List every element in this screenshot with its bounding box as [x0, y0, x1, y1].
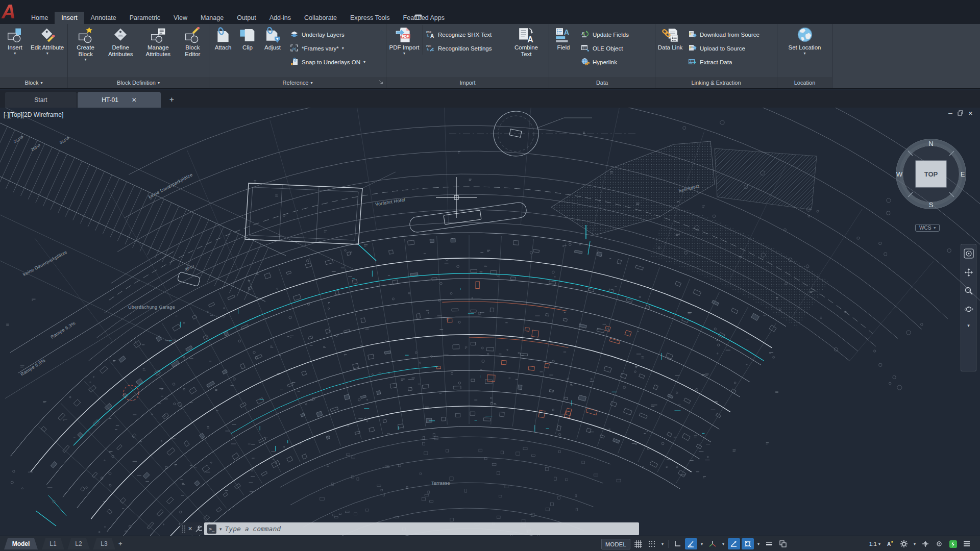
tab-collaborate[interactable]: Collaborate	[298, 12, 344, 24]
panel-label-reference[interactable]: Reference▾	[209, 77, 386, 88]
tab-add-ins[interactable]: Add-ins	[263, 12, 298, 24]
set-location-button[interactable]: Set Location▾	[781, 25, 829, 56]
viewcube-south[interactable]: S	[929, 201, 934, 209]
panel-label-linking[interactable]: Linking & Extraction	[655, 77, 777, 88]
extract-data-button[interactable]: Extract Data	[685, 56, 774, 68]
edit-attribute-button[interactable]: Edit Attribute▾	[30, 25, 65, 56]
wcs-selector[interactable]: WCS▾	[915, 224, 940, 232]
panel-label-block[interactable]: Block▾	[0, 77, 67, 88]
snap-to-underlays-button[interactable]: Snap to Underlays ON▾	[287, 56, 383, 68]
clip-button[interactable]: Clip	[237, 25, 258, 51]
snap-mode-icon[interactable]	[646, 538, 658, 549]
manage-attributes-button[interactable]: Manage Attributes	[140, 25, 177, 57]
command-prompt-icon: >_	[207, 524, 216, 534]
insert-block-button[interactable]: Insert▾	[3, 25, 27, 56]
tab-output[interactable]: Output	[230, 12, 263, 24]
tab-annotate[interactable]: Annotate	[84, 12, 123, 24]
panel-label-block-definition[interactable]: Block Definition▾	[68, 77, 209, 88]
viewcube-face-top[interactable]: TOP	[924, 170, 938, 178]
annotation-scale-control[interactable]: 1:1▾	[867, 541, 883, 547]
drawing-canvas[interactable]: [-][Top][2D Wireframe] ─ ✕ TOP N S E W W…	[0, 108, 980, 536]
define-attributes-button[interactable]: Define Attributes	[103, 25, 138, 57]
file-tab-ht01[interactable]: HT-01✕	[78, 92, 161, 108]
command-grip-icon[interactable]	[182, 525, 185, 533]
panel-label-data[interactable]: Data	[549, 77, 655, 88]
customization-icon[interactable]	[961, 538, 973, 549]
viewcube[interactable]: TOP N S E W	[894, 137, 968, 211]
tab-parametric[interactable]: Parametric	[123, 12, 167, 24]
panel-label-import[interactable]: Import	[386, 77, 549, 88]
underlay-layers-button[interactable]: Underlay Layers	[287, 28, 383, 41]
iso-dropdown-icon[interactable]: ▾	[720, 538, 726, 549]
layout-tab-l1[interactable]: L1	[42, 538, 64, 549]
doc-close-icon[interactable]: ✕	[968, 110, 973, 117]
object-snap-tracking-icon[interactable]	[728, 538, 740, 549]
doc-restore-icon[interactable]	[958, 110, 963, 117]
reference-dialog-launcher-icon[interactable]	[379, 80, 383, 86]
autocad-logo-icon[interactable]: A	[1, 0, 22, 23]
update-fields-button[interactable]: A Update Fields	[578, 28, 652, 41]
graphics-performance-icon[interactable]	[947, 538, 959, 549]
viewcube-west[interactable]: W	[896, 170, 903, 178]
field-button[interactable]: A Field	[549, 25, 578, 51]
model-tab[interactable]: Model	[4, 538, 38, 549]
recognize-shx-button[interactable]: PDFA Recognize SHX Text	[423, 28, 508, 41]
selection-cycling-icon[interactable]	[777, 538, 789, 549]
viewport-controls[interactable]: [-][Top][2D Wireframe]	[4, 111, 63, 118]
ole-object-button[interactable]: OLE Object	[578, 42, 652, 55]
orbit-icon[interactable]	[964, 305, 973, 316]
command-history-icon[interactable]: ▾	[219, 527, 222, 532]
annotation-monitor-icon[interactable]	[919, 538, 932, 549]
tab-home[interactable]: Home	[24, 12, 55, 24]
hyperlink-button[interactable]: Hyperlink	[578, 56, 652, 68]
polar-tracking-icon[interactable]	[685, 538, 697, 549]
doc-minimize-icon[interactable]: ─	[948, 110, 952, 117]
pan-icon[interactable]	[964, 268, 973, 279]
pdf-import-button[interactable]: PDF PDF Import▾	[386, 25, 422, 56]
command-close-icon[interactable]: ✕	[188, 525, 192, 532]
new-layout-button[interactable]: +	[118, 540, 122, 547]
tab-insert[interactable]: Insert	[55, 12, 84, 24]
navbar-more-icon[interactable]: ▾	[967, 323, 970, 328]
osnap-dropdown-icon[interactable]: ▾	[755, 538, 762, 549]
workspace-gear-icon[interactable]	[898, 538, 910, 549]
annotation-visibility-icon[interactable]: A	[884, 538, 896, 549]
attach-button[interactable]: Attach	[209, 25, 237, 51]
combine-text-button[interactable]: A Combine Text	[508, 25, 544, 57]
adjust-button[interactable]: Adjust	[258, 25, 287, 51]
layout-tab-l2[interactable]: L2	[67, 538, 90, 549]
block-editor-button[interactable]: Block Editor	[178, 25, 207, 57]
frames-vary-button[interactable]: (x) *Frames vary*▾	[287, 42, 383, 55]
viewcube-north[interactable]: N	[928, 140, 933, 147]
model-space-toggle[interactable]: MODEL	[601, 539, 630, 549]
command-customize-icon[interactable]	[195, 525, 202, 533]
command-input[interactable]: >_ ▾ Type a command	[204, 522, 639, 535]
ribbon-display-toggle[interactable]: ▾	[414, 14, 426, 21]
ortho-icon[interactable]	[671, 538, 683, 549]
download-from-source-button[interactable]: 8 Download from Source	[685, 28, 774, 41]
tab-manage[interactable]: Manage	[194, 12, 230, 24]
isometric-drafting-icon[interactable]	[706, 538, 719, 549]
zoom-icon[interactable]	[964, 286, 973, 297]
create-block-button[interactable]: Create Block▾	[70, 25, 102, 62]
panel-label-location[interactable]: Location	[777, 77, 832, 88]
snap-dropdown-icon[interactable]: ▾	[659, 538, 666, 549]
object-snap-icon[interactable]	[742, 538, 754, 549]
upload-to-source-button[interactable]: 8 Upload to Source	[685, 42, 774, 55]
grid-icon[interactable]	[632, 538, 644, 549]
lineweight-icon[interactable]	[763, 538, 775, 549]
tab-view[interactable]: View	[167, 12, 194, 24]
recognition-settings-button[interactable]: PDF Recognition Settings	[423, 42, 508, 55]
data-link-button[interactable]: Data Link	[655, 25, 685, 51]
workspace-dropdown-icon[interactable]: ▾	[912, 538, 918, 549]
layout-tab-l3[interactable]: L3	[93, 538, 115, 549]
tab-express-tools[interactable]: Express Tools	[344, 12, 397, 24]
polar-dropdown-icon[interactable]: ▾	[699, 538, 705, 549]
viewcube-east[interactable]: E	[961, 170, 965, 178]
isolate-objects-icon[interactable]	[933, 538, 945, 549]
close-file-tab-icon[interactable]: ✕	[132, 96, 137, 104]
file-tab-start[interactable]: Start	[5, 92, 77, 108]
create-block-icon	[78, 26, 94, 44]
new-file-tab-button[interactable]: +	[169, 95, 174, 104]
full-navigation-wheel-icon[interactable]	[964, 248, 974, 261]
